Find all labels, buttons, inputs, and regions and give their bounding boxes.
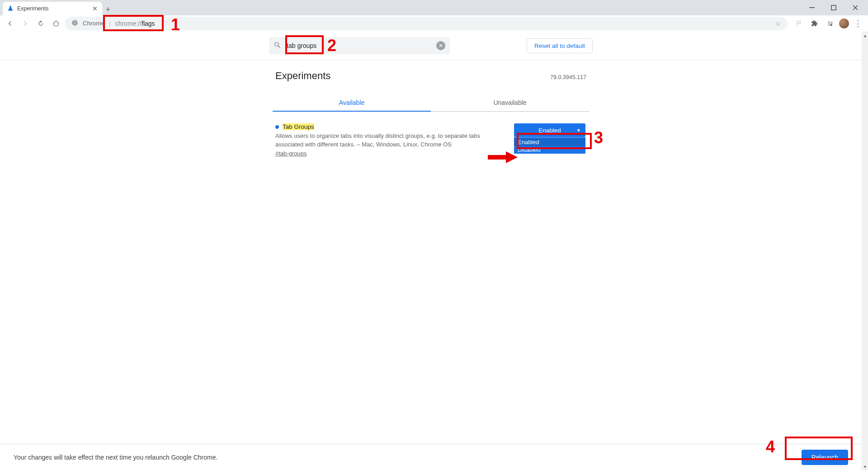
minimize-button[interactable] (802, 1, 822, 14)
tab-available[interactable]: Available (273, 94, 431, 112)
flag-icon[interactable] (793, 17, 806, 30)
relaunch-message: Your changes will take effect the next t… (14, 454, 217, 461)
new-tab-button[interactable]: + (102, 4, 114, 15)
svg-rect-3 (75, 22, 75, 24)
flag-title: Tab Groups (283, 123, 314, 130)
flag-description: Allows users to organize tabs into visua… (275, 132, 505, 149)
clear-search-icon[interactable]: ✕ (436, 41, 445, 50)
version-label: 79.0.3945.117 (550, 74, 586, 80)
tab-title: Experiments (17, 5, 89, 12)
modified-dot-icon (275, 125, 279, 129)
search-icon (274, 41, 281, 51)
back-button[interactable] (4, 17, 16, 30)
flask-icon (7, 5, 14, 12)
search-input[interactable] (286, 42, 432, 50)
reset-all-button[interactable]: Reset all to default (527, 38, 593, 53)
extensions-icon[interactable] (808, 17, 821, 30)
reload-button[interactable] (34, 17, 47, 30)
maximize-button[interactable] (824, 1, 844, 14)
scroll-down-icon[interactable]: ▾ (862, 463, 868, 470)
flags-search-box[interactable]: ✕ (269, 37, 450, 54)
bookmark-star-icon[interactable]: ☆ (775, 20, 781, 27)
chevron-down-icon: ▼ (576, 128, 581, 133)
search-row: ✕ Reset all to default (0, 32, 862, 60)
site-info-icon[interactable] (71, 19, 78, 28)
svg-rect-1 (831, 5, 836, 10)
omnibox-url: chrome://flags (115, 20, 155, 27)
media-icon[interactable] (824, 17, 836, 30)
window-close-button[interactable] (845, 1, 865, 14)
flag-row: Tab Groups Allows users to organize tabs… (273, 112, 589, 157)
flag-state-dropdown[interactable]: Enabled ▼ Enabled Disabled (514, 123, 585, 137)
dropdown-list: Enabled Disabled (514, 137, 585, 154)
svg-point-5 (275, 42, 279, 46)
svg-rect-0 (809, 7, 815, 8)
forward-button[interactable] (19, 17, 32, 30)
svg-line-6 (278, 46, 280, 47)
omnibox-label: Chrome (83, 20, 104, 27)
page-title: Experiments (275, 70, 330, 82)
vertical-scrollbar[interactable]: ▴ ▾ (862, 32, 868, 470)
flag-anchor-link[interactable]: #tab-groups (275, 150, 307, 157)
relaunch-bar: Your changes will take effect the next t… (0, 444, 862, 470)
titlebar: Experiments ✕ + (0, 0, 868, 15)
window: Experiments ✕ + Chrome | chrome://flags … (0, 0, 868, 470)
scroll-up-icon[interactable]: ▴ (862, 32, 868, 39)
chrome-menu-button[interactable]: ⋮ (852, 17, 864, 30)
close-icon[interactable]: ✕ (92, 5, 98, 12)
dropdown-option-enabled[interactable]: Enabled (514, 138, 585, 146)
profile-avatar[interactable] (839, 19, 849, 28)
tab-unavailable[interactable]: Unavailable (431, 94, 589, 112)
browser-toolbar: Chrome | chrome://flags ☆ ⋮ (0, 15, 868, 32)
dropdown-option-disabled[interactable]: Disabled (514, 146, 585, 154)
relaunch-button[interactable]: Relaunch (802, 450, 848, 465)
window-controls (802, 0, 868, 15)
home-button[interactable] (50, 17, 62, 30)
browser-tab[interactable]: Experiments ✕ (3, 2, 102, 15)
page-viewport: ✕ Reset all to default Experiments 79.0.… (0, 32, 862, 470)
flags-tabs: Available Unavailable (273, 94, 589, 112)
address-bar[interactable]: Chrome | chrome://flags ☆ (65, 17, 788, 30)
dropdown-selected-label: Enabled (538, 127, 561, 134)
svg-rect-4 (75, 21, 75, 21)
